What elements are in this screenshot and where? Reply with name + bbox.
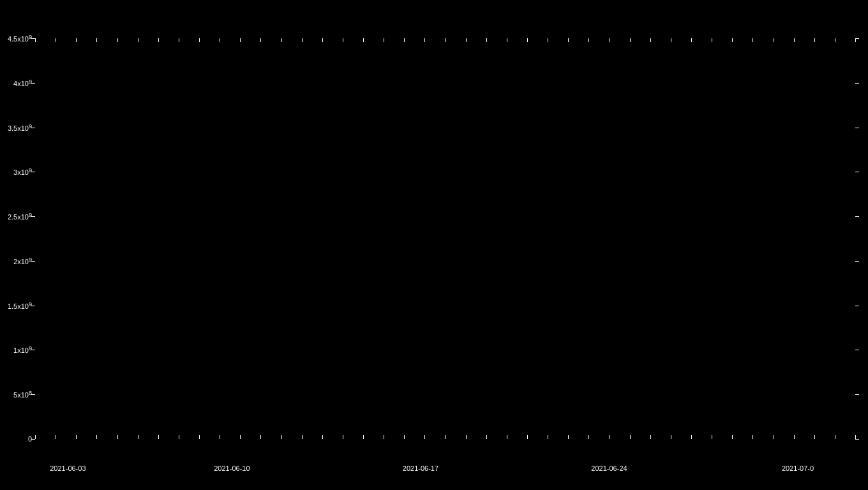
chart-container: 4.5x1094x1093.5x1093x1092.5x1092x1091.5x… <box>0 0 868 490</box>
y-tick-label: 2.5x109 <box>0 212 32 221</box>
y-tick-label: 5x108 <box>0 390 32 399</box>
y-tick-label: 4.5x109 <box>0 34 32 43</box>
y-tick-label: 2x109 <box>0 256 32 266</box>
x-label: 2021-06-03 <box>50 464 86 472</box>
x-label: 2021-07-0 <box>782 464 814 472</box>
y-tick-label: 4x109 <box>0 78 32 87</box>
x-label: 2021-06-17 <box>403 464 438 472</box>
y-tick-label: 1.5x109 <box>0 301 32 310</box>
chart-area: 4.5x1094x1093.5x1093x1092.5x1092x1091.5x… <box>35 38 855 439</box>
y-tick-label: 1x109 <box>0 345 32 355</box>
x-label: 2021-06-24 <box>591 464 627 472</box>
y-tick-label: 0 <box>0 435 32 443</box>
y-tick-label: 3x109 <box>0 167 32 177</box>
y-tick-label: 3.5x109 <box>0 122 32 132</box>
x-label: 2021-06-10 <box>214 464 250 472</box>
